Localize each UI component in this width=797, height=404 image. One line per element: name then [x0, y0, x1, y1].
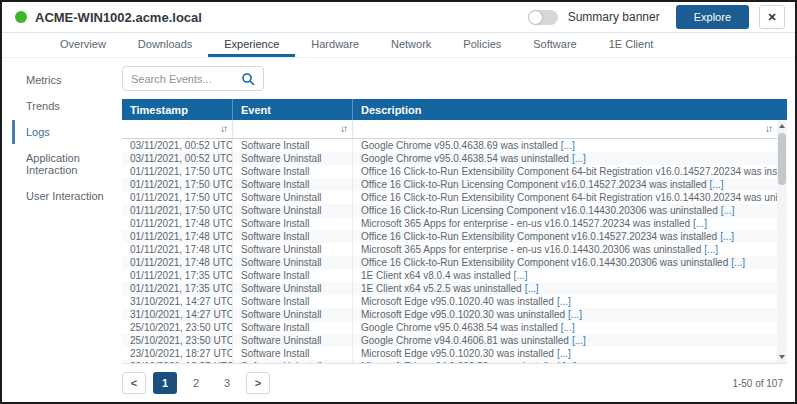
sidebar-item-metrics[interactable]: Metrics — [12, 68, 122, 92]
sidebar: MetricsTrendsLogsApplication Interaction… — [2, 58, 122, 402]
explore-button[interactable]: Explore — [676, 5, 749, 29]
description-more-link[interactable]: [...] — [721, 205, 735, 216]
table-row: 01/11/2021, 17:50 UTC Software Install O… — [122, 165, 777, 178]
cell-description: Office 16 Click-to-Run Extensibility Com… — [352, 230, 777, 243]
column-header-description[interactable]: Description — [352, 99, 787, 120]
next-page-button[interactable]: > — [246, 372, 270, 394]
table-scrollbar[interactable] — [777, 120, 787, 363]
cell-timestamp: 23/10/2021, 18:27 UTC — [122, 361, 232, 363]
prev-page-button[interactable]: < — [122, 372, 146, 394]
device-status-dot — [15, 11, 27, 23]
tab-software[interactable]: Software — [517, 33, 592, 57]
tab-downloads[interactable]: Downloads — [122, 33, 208, 57]
page-button-1[interactable]: 1 — [153, 372, 177, 394]
scrollbar-track[interactable] — [777, 132, 787, 351]
description-more-link[interactable]: [...] — [731, 257, 745, 268]
search-events-input[interactable] — [131, 73, 241, 85]
description-text: 1E Client x64 v5.2.5 was uninstalled — [361, 283, 522, 294]
sort-description-icon[interactable]: ↓↑ — [765, 124, 771, 134]
description-more-link[interactable]: [...] — [710, 179, 724, 190]
cell-timestamp: 31/10/2021, 14:27 UTC — [122, 309, 232, 320]
description-more-link[interactable]: [...] — [557, 348, 571, 359]
scrollbar-thumb[interactable] — [778, 133, 786, 185]
description-text: Microsoft Edge v94.0.992.50 was uninstal… — [361, 361, 559, 363]
description-text: Google Chrome v94.0.4606.81 was uninstal… — [361, 335, 569, 346]
table-row: 01/11/2021, 17:50 UTC Software Uninstall… — [122, 204, 777, 217]
table-row: 03/11/2021, 00:52 UTC Software Uninstall… — [122, 152, 777, 165]
cell-description: Office 16 Click-to-Run Extensibility Com… — [352, 191, 777, 204]
sidebar-item-user-interaction[interactable]: User Interaction — [12, 184, 122, 208]
sidebar-item-logs[interactable]: Logs — [12, 120, 122, 144]
search-icon[interactable] — [241, 72, 255, 86]
tab-overview[interactable]: Overview — [44, 33, 122, 57]
cell-event: Software Install — [232, 269, 352, 282]
table-body: 03/11/2021, 00:52 UTC Software Install G… — [122, 139, 777, 363]
description-more-link[interactable]: [...] — [561, 140, 575, 151]
cell-description: Microsoft 365 Apps for enterprise - en-u… — [352, 217, 777, 230]
description-more-link[interactable]: [...] — [568, 309, 582, 320]
cell-description: Microsoft Edge v95.0.1020.30 was uninsta… — [352, 308, 777, 321]
toggle-knob — [529, 11, 542, 24]
description-more-link[interactable]: [...] — [525, 283, 539, 294]
cell-event: Software Uninstall — [232, 152, 352, 165]
table-row: 03/11/2021, 00:52 UTC Software Install G… — [122, 139, 777, 152]
cell-timestamp: 01/11/2021, 17:50 UTC — [122, 179, 232, 190]
description-text: Office 16 Click-to-Run Extensibility Com… — [361, 192, 777, 203]
tab-hardware[interactable]: Hardware — [295, 33, 375, 57]
cell-timestamp: 23/10/2021, 18:27 UTC — [122, 348, 232, 359]
cell-timestamp: 01/11/2021, 17:48 UTC — [122, 257, 232, 268]
description-more-link[interactable]: [...] — [561, 322, 575, 333]
titlebar: ACME-WIN1002.acme.local Summary banner E… — [2, 2, 795, 33]
column-header-event[interactable]: Event — [232, 99, 352, 120]
search-events-box — [122, 66, 264, 91]
sidebar-item-application-interaction[interactable]: Application Interaction — [12, 146, 122, 182]
tab-1e-client[interactable]: 1E Client — [593, 33, 670, 57]
chevron-left-icon: < — [131, 377, 137, 389]
description-more-link[interactable]: [...] — [693, 218, 707, 229]
description-more-link[interactable]: [...] — [704, 244, 718, 255]
cell-event: Software Uninstall — [232, 204, 352, 217]
description-text: Microsoft 365 Apps for enterprise - en-u… — [361, 244, 701, 255]
tab-network[interactable]: Network — [375, 33, 447, 57]
table-row: 01/11/2021, 17:50 UTC Software Uninstall… — [122, 191, 777, 204]
cell-event: Software Uninstall — [232, 308, 352, 321]
tab-experience[interactable]: Experience — [208, 33, 295, 57]
cell-event: Software Uninstall — [232, 243, 352, 256]
cell-timestamp: 01/11/2021, 17:50 UTC — [122, 205, 232, 216]
description-text: Office 16 Click-to-Run Licensing Compone… — [361, 179, 707, 190]
content-area: Timestamp Event Description ↓↑ ↓↑ ↓↑ 03/… — [122, 58, 795, 402]
tab-policies[interactable]: Policies — [447, 33, 517, 57]
scroll-up-arrow-icon[interactable] — [777, 120, 787, 132]
description-more-link[interactable]: [...] — [572, 335, 586, 346]
description-more-link[interactable]: [...] — [514, 270, 528, 281]
page-button-3[interactable]: 3 — [215, 372, 239, 394]
close-button[interactable]: ✕ — [759, 5, 785, 29]
column-header-timestamp[interactable]: Timestamp — [122, 99, 232, 120]
description-more-link[interactable]: [...] — [557, 296, 571, 307]
description-more-link[interactable]: [...] — [720, 231, 734, 242]
description-text: Office 16 Click-to-Run Licensing Compone… — [361, 205, 718, 216]
description-text: Microsoft Edge v95.0.1020.40 was install… — [361, 296, 554, 307]
cell-description: 1E Client x64 v5.2.5 was uninstalled[...… — [352, 282, 777, 295]
description-more-link[interactable]: [...] — [562, 361, 576, 363]
cell-timestamp: 01/11/2021, 17:35 UTC — [122, 283, 232, 294]
cell-event: Software Uninstall — [232, 282, 352, 295]
table-row: 01/11/2021, 17:48 UTC Software Uninstall… — [122, 256, 777, 269]
cell-description: Google Chrome v95.0.4638.54 was installe… — [352, 321, 777, 334]
page-button-2[interactable]: 2 — [184, 372, 208, 394]
sort-timestamp-icon[interactable]: ↓↑ — [220, 124, 226, 134]
cell-timestamp: 03/11/2021, 00:52 UTC — [122, 153, 232, 164]
sidebar-item-trends[interactable]: Trends — [12, 94, 122, 118]
description-text: Google Chrome v95.0.4638.54 was installe… — [361, 322, 558, 333]
cell-timestamp: 01/11/2021, 17:50 UTC — [122, 166, 232, 177]
description-more-link[interactable]: [...] — [572, 153, 586, 164]
table-row: 31/10/2021, 14:27 UTC Software Install M… — [122, 295, 777, 308]
cell-event: Software Uninstall — [232, 256, 352, 269]
sort-event-icon[interactable]: ↓↑ — [340, 124, 346, 134]
description-text: Google Chrome v95.0.4638.69 was installe… — [361, 140, 558, 151]
scroll-down-arrow-icon[interactable] — [777, 351, 787, 363]
cell-event: Software Install — [232, 347, 352, 360]
cell-timestamp: 01/11/2021, 17:50 UTC — [122, 192, 232, 203]
summary-banner-toggle[interactable] — [528, 10, 558, 25]
cell-description: Office 16 Click-to-Run Extensibility Com… — [352, 256, 777, 269]
